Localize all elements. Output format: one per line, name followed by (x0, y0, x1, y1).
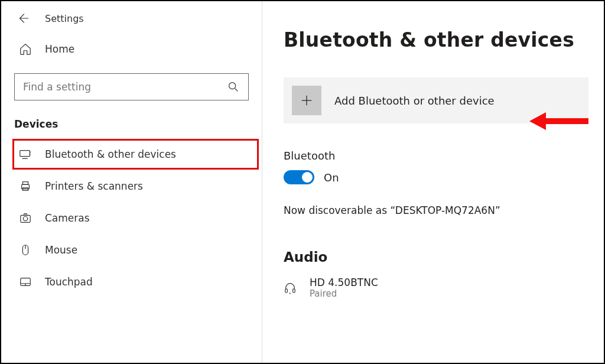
camera-icon (19, 212, 32, 225)
device-text: HD 4.50BTNC Paired (310, 277, 378, 299)
back-button[interactable] (17, 12, 30, 25)
add-device-label: Add Bluetooth or other device (334, 95, 495, 107)
sidebar-item-mouse[interactable]: Mouse (1, 234, 262, 266)
nav-label: Bluetooth & other devices (45, 148, 176, 160)
arrow-left-icon (17, 12, 30, 25)
svg-point-6 (23, 216, 27, 220)
svg-point-0 (229, 83, 236, 89)
home-icon (19, 43, 32, 56)
svg-rect-10 (293, 289, 295, 292)
headphones-icon (284, 281, 297, 294)
svg-rect-9 (285, 289, 288, 292)
sidebar-item-bluetooth-devices[interactable]: Bluetooth & other devices (12, 138, 259, 170)
title-bar: Settings (1, 7, 262, 34)
touchpad-icon (19, 275, 32, 288)
sidebar-item-home[interactable]: Home (1, 34, 262, 64)
nav-label: Mouse (45, 244, 77, 256)
device-status: Paired (310, 288, 378, 299)
main-panel: Bluetooth & other devices Add Bluetooth … (262, 1, 604, 363)
search-box[interactable] (14, 73, 249, 100)
search-icon (227, 80, 240, 93)
nav-label: Touchpad (45, 276, 93, 288)
audio-heading: Audio (284, 249, 588, 265)
svg-rect-3 (22, 182, 28, 185)
nav-label: Printers & scanners (45, 180, 143, 192)
sidebar-item-printers[interactable]: Printers & scanners (1, 170, 262, 202)
printer-icon (19, 180, 32, 193)
audio-device-row[interactable]: HD 4.50BTNC Paired (284, 273, 588, 303)
sidebar-item-cameras[interactable]: Cameras (1, 202, 262, 234)
bluetooth-toggle-row: On (284, 170, 588, 184)
device-name: HD 4.50BTNC (310, 277, 378, 288)
bluetooth-toggle[interactable] (284, 170, 314, 184)
page-title: Bluetooth & other devices (284, 28, 588, 51)
nav-label: Cameras (45, 212, 90, 224)
home-label: Home (45, 43, 74, 55)
nav-list: Bluetooth & other devices Printers & sca… (1, 138, 262, 298)
add-device-button[interactable]: Add Bluetooth or other device (284, 77, 588, 124)
sidebar-item-touchpad[interactable]: Touchpad (1, 266, 262, 298)
bluetooth-heading: Bluetooth (284, 150, 588, 162)
plus-icon (292, 86, 321, 115)
mouse-icon (19, 243, 32, 256)
search-wrap (14, 73, 249, 100)
svg-rect-1 (20, 151, 30, 157)
discoverable-text: Now discoverable as “DESKTOP-MQ72A6N” (284, 204, 588, 216)
settings-sidebar: Settings Home Devices Bluetooth & oth (1, 1, 262, 363)
category-heading: Devices (1, 111, 262, 138)
search-input[interactable] (23, 81, 227, 93)
bluetooth-toggle-label: On (324, 171, 339, 184)
bluetooth-devices-icon (19, 148, 32, 161)
app-title: Settings (45, 13, 84, 24)
